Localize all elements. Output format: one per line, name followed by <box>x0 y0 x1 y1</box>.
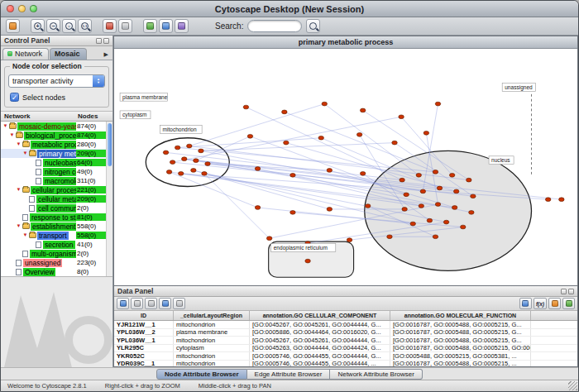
tree-row[interactable]: ▼mosaic-demo-yeast874(0) <box>1 122 106 131</box>
tree-row[interactable]: ▼metabolic process280(0) <box>1 140 106 149</box>
network-node[interactable] <box>420 189 425 194</box>
network-canvas[interactable]: plasma membranecytoplasmmitochondrionnuc… <box>114 49 577 285</box>
expander-icon[interactable]: ▼ <box>9 132 15 138</box>
network-node[interactable] <box>416 173 421 177</box>
vizmapper-button[interactable] <box>175 19 189 33</box>
tab-network[interactable]: Network <box>2 48 49 60</box>
trash-attribute-button[interactable] <box>173 298 185 309</box>
float-panel-icon[interactable] <box>96 38 102 44</box>
network-node[interactable] <box>399 115 404 119</box>
network-node[interactable] <box>435 203 440 207</box>
table-row[interactable]: YPL036W__1mitochondrion[GO:0045267, GO:0… <box>114 337 577 345</box>
network-node[interactable] <box>453 189 458 194</box>
zoom-in-button[interactable]: + <box>31 19 45 33</box>
matrix-button[interactable] <box>519 298 532 309</box>
zoom-out-button[interactable]: − <box>46 19 60 33</box>
network-overview-button[interactable] <box>159 19 173 33</box>
expander-icon[interactable]: ▼ <box>22 151 28 156</box>
network-node[interactable] <box>419 204 423 208</box>
network-node[interactable] <box>449 173 454 177</box>
float-data-panel-icon[interactable] <box>561 289 567 294</box>
tree-row[interactable]: ▼cellular process221(0) <box>1 185 106 194</box>
zoom-selected-button[interactable]: ▫ <box>62 19 76 33</box>
tree-scrollbar[interactable] <box>106 122 112 276</box>
network-node[interactable] <box>433 235 438 239</box>
expander-icon[interactable]: ▼ <box>22 232 28 238</box>
network-node[interactable] <box>433 170 438 174</box>
network-node[interactable] <box>191 169 196 173</box>
network-node[interactable] <box>461 225 466 229</box>
expander-icon[interactable]: ▼ <box>16 187 22 193</box>
tree-row[interactable]: ▼primary metab209(0) <box>1 149 106 158</box>
network-node[interactable] <box>347 238 352 242</box>
new-network-button[interactable] <box>143 19 157 33</box>
create-attribute-button[interactable] <box>131 298 143 309</box>
table-row[interactable]: YJR121W__1mitochondrion[GO:0045267, GO:0… <box>114 321 577 329</box>
zoom-fit-button[interactable]: 1:1 <box>78 19 92 33</box>
tree-header-nodes[interactable]: Nodes <box>78 112 109 120</box>
tree-row[interactable]: nucleobase64(0) <box>1 158 106 167</box>
tree-header-network[interactable]: Network <box>4 112 78 120</box>
network-node[interactable] <box>266 237 271 241</box>
show-all-button[interactable] <box>118 19 132 33</box>
tree-scrollbar-thumb[interactable] <box>108 123 112 166</box>
table-row[interactable]: YPL036W__2plasma membrane[GO:0005886, GO… <box>114 329 577 337</box>
network-node[interactable] <box>360 171 365 175</box>
search-input[interactable] <box>247 20 302 32</box>
network-node[interactable] <box>360 108 365 112</box>
select-attributes-button[interactable] <box>117 298 129 309</box>
network-node[interactable] <box>423 131 428 136</box>
save-session-button[interactable] <box>6 19 20 33</box>
network-node[interactable] <box>387 235 392 239</box>
network-node[interactable] <box>205 162 210 166</box>
network-node[interactable] <box>469 210 474 214</box>
network-node[interactable] <box>467 178 471 182</box>
network-node[interactable] <box>435 102 440 106</box>
network-node[interactable] <box>255 167 260 171</box>
tree-row[interactable]: unassigned223(0) <box>1 258 106 267</box>
tree-row[interactable]: nitrogen compo49(0) <box>1 167 106 176</box>
network-node[interactable] <box>282 110 287 114</box>
search-options-button[interactable] <box>306 19 320 33</box>
hide-selected-button[interactable] <box>103 19 117 33</box>
close-data-panel-icon[interactable] <box>568 289 574 294</box>
tree-row[interactable]: Overview8(0) <box>1 267 106 276</box>
table-row[interactable]: YLR295Ccytoplasm[GO:0045263, GO:0044444,… <box>114 345 577 353</box>
table-header-cell[interactable]: annotation.GO MOLECULAR_FUNCTION <box>390 311 531 320</box>
window-titlebar[interactable]: Cytoscape Desktop (New Session) <box>1 1 578 17</box>
tree-row[interactable]: macromolecule311(0) <box>1 176 106 185</box>
table-header-cell[interactable]: ID <box>114 311 174 320</box>
network-node[interactable] <box>202 171 207 175</box>
network-node[interactable] <box>290 210 295 214</box>
network-node[interactable] <box>284 141 289 145</box>
network-node[interactable] <box>559 198 564 202</box>
table-header-cell[interactable]: annotation.GO CELLULAR_COMPONENT <box>250 311 390 320</box>
tree-row[interactable]: response to stimul81(0) <box>1 213 106 222</box>
network-node[interactable] <box>404 193 409 197</box>
network-canvas-svg[interactable]: plasma membranecytoplasmmitochondrionnuc… <box>114 49 577 285</box>
network-node[interactable] <box>166 170 171 174</box>
network-node[interactable] <box>322 102 327 106</box>
network-node[interactable] <box>402 208 407 212</box>
network-node[interactable] <box>243 105 248 109</box>
tree-row[interactable]: ▼biological_process874(0) <box>1 131 106 140</box>
edit-attribute-button[interactable] <box>159 298 171 309</box>
table-row[interactable]: YKR052Cmitochondrion[GO:0005746, GO:0044… <box>114 352 577 361</box>
table-row[interactable]: YDR039C__1mitochondrion[GO:0005746, GO:0… <box>114 361 577 367</box>
network-node[interactable] <box>400 178 404 182</box>
tree-row[interactable]: ▼transport558(0) <box>1 231 106 240</box>
expander-icon[interactable]: ▼ <box>2 123 8 129</box>
select-nodes-checkbox[interactable]: ✓ <box>10 93 19 102</box>
network-node[interactable] <box>327 208 332 212</box>
network-node[interactable] <box>255 206 260 210</box>
tab-scroll-right-icon[interactable]: ▶ <box>104 51 111 60</box>
import-attributes-button[interactable] <box>548 298 561 309</box>
network-node[interactable] <box>443 220 448 224</box>
tree-row[interactable]: cell communicat2(0) <box>1 203 106 213</box>
tab-node-attribute-browser[interactable]: Node Attribute Browser <box>156 369 247 380</box>
network-node[interactable] <box>392 141 397 145</box>
load-attributes-button[interactable] <box>562 298 575 309</box>
network-node[interactable] <box>318 136 323 140</box>
network-view-title[interactable]: primary metabolic process <box>114 36 577 49</box>
network-node[interactable] <box>305 259 310 263</box>
